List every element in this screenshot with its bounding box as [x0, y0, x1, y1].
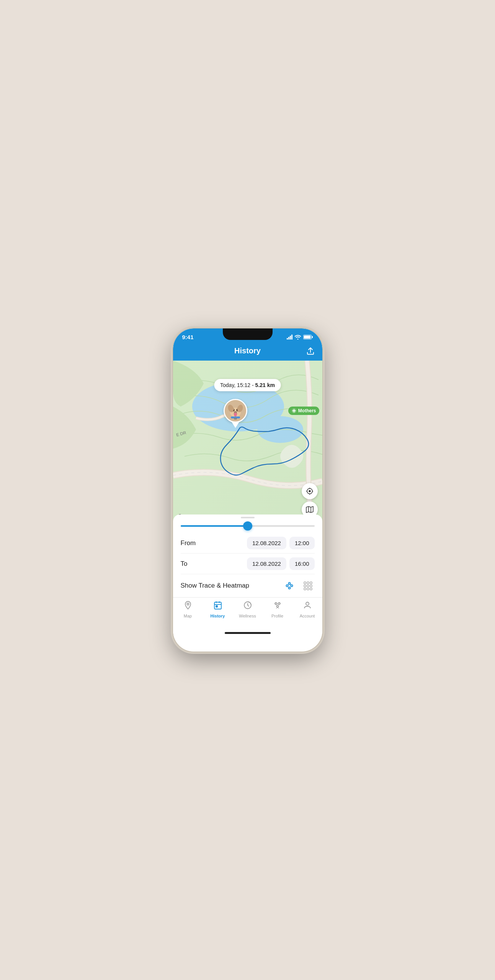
profile-tab-label: Profile: [271, 614, 283, 618]
pin-tail: [232, 422, 239, 428]
from-time-picker[interactable]: 12:00: [289, 537, 315, 549]
svg-rect-2: [312, 336, 313, 338]
bottom-panel: From 12.08.2022 12:00 To 12.08.2022 16:0…: [173, 514, 322, 597]
map-tab-label: Map: [184, 614, 192, 618]
from-row: From 12.08.2022 12:00: [181, 533, 315, 554]
page-title: History: [234, 346, 261, 355]
svg-rect-3: [304, 336, 310, 339]
from-label: From: [181, 539, 196, 547]
trace-row: Show Trace & Heatmap: [181, 574, 315, 597]
to-label: To: [181, 560, 188, 568]
map-container: E DR Today, 15:12 - 5.21 km: [173, 361, 322, 521]
account-tab-label: Account: [300, 614, 315, 618]
from-date-picker[interactable]: 12.08.2022: [247, 537, 286, 549]
svg-point-22: [309, 490, 310, 492]
map-tooltip: Today, 15:12 - 5.21 km: [214, 379, 281, 391]
tooltip-text: Today, 15:12 -: [220, 382, 255, 388]
share-button[interactable]: [306, 347, 315, 357]
trace-icon-buttons: [283, 579, 315, 593]
heatmap-button[interactable]: [301, 579, 315, 593]
phone-frame: 9:41: [173, 328, 322, 652]
home-bar: [225, 632, 271, 634]
svg-rect-37: [304, 585, 306, 587]
svg-point-0: [297, 339, 298, 340]
svg-rect-40: [304, 588, 306, 590]
location-button[interactable]: [302, 483, 318, 499]
wellness-tab-label: Wellness: [239, 614, 256, 618]
svg-rect-44: [214, 602, 221, 609]
tooltip-distance: 5.21 km: [255, 382, 275, 388]
svg-rect-34: [304, 582, 306, 584]
from-fields: 12.08.2022 12:00: [247, 537, 315, 549]
signal-icon: [287, 335, 292, 340]
history-tab-label: History: [211, 614, 225, 618]
to-time-picker[interactable]: 16:00: [289, 557, 315, 570]
svg-rect-39: [310, 585, 312, 587]
tab-history[interactable]: History: [203, 601, 233, 618]
wellness-tab-icon: [243, 601, 252, 612]
slider-fill: [181, 525, 248, 527]
dog-pin: [224, 399, 247, 428]
timeline-slider-container: [181, 524, 315, 533]
to-row: To 12.08.2022 16:00: [181, 554, 315, 574]
svg-rect-36: [310, 582, 312, 584]
svg-point-43: [187, 603, 189, 605]
status-time: 9:41: [182, 334, 194, 340]
wifi-icon: [294, 335, 301, 340]
map-tab-icon: [183, 601, 193, 612]
phone-screen: 9:41: [173, 328, 322, 652]
page-header: History: [173, 343, 322, 361]
map-background: E DR Today, 15:12 - 5.21 km: [173, 361, 322, 521]
history-tab-icon: [213, 601, 222, 612]
mothers-badge[interactable]: Mothers: [288, 407, 319, 415]
to-date-picker[interactable]: 12.08.2022: [247, 557, 286, 570]
home-indicator: [173, 627, 322, 638]
profile-tab-icon: [273, 601, 282, 612]
to-fields: 12.08.2022 16:00: [247, 557, 315, 570]
account-tab-icon: [303, 601, 312, 612]
svg-point-52: [276, 606, 278, 608]
svg-rect-42: [310, 588, 312, 590]
svg-rect-35: [307, 582, 309, 584]
svg-point-17: [234, 413, 237, 416]
notch: [223, 328, 273, 340]
svg-rect-48: [216, 606, 217, 607]
svg-rect-41: [307, 588, 309, 590]
trace-button[interactable]: [283, 579, 296, 593]
slider-track: [181, 525, 315, 527]
status-icons: [287, 335, 313, 340]
svg-rect-19: [234, 418, 237, 420]
tab-wellness[interactable]: Wellness: [233, 601, 263, 618]
tab-bar: Map History: [173, 597, 322, 627]
trace-label: Show Trace & Heatmap: [181, 582, 250, 590]
dog-avatar: [224, 399, 247, 423]
slider-thumb[interactable]: [243, 521, 252, 531]
tab-account[interactable]: Account: [292, 601, 322, 618]
svg-rect-38: [307, 585, 309, 587]
battery-icon: [303, 335, 313, 340]
status-bar: 9:41: [173, 328, 322, 343]
drag-handle: [241, 517, 255, 518]
tab-map[interactable]: Map: [173, 601, 203, 618]
svg-point-53: [306, 602, 309, 605]
tab-profile[interactable]: Profile: [263, 601, 292, 618]
